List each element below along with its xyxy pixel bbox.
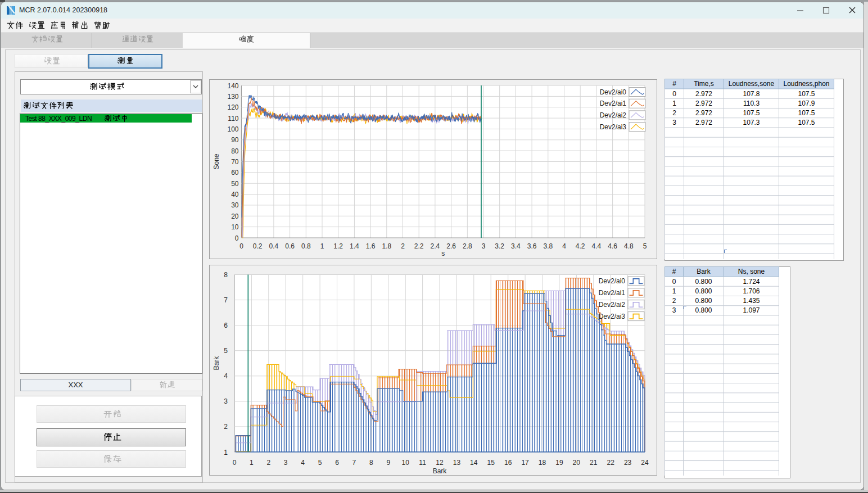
svg-text:Bark: Bark [697, 268, 711, 275]
svg-text:1: 1 [672, 287, 676, 295]
svg-text:2.972: 2.972 [695, 90, 712, 98]
svg-text:7: 7 [352, 459, 356, 467]
svg-text:107.3: 107.3 [743, 119, 760, 126]
svg-text:8: 8 [369, 459, 373, 467]
svg-text:9: 9 [386, 459, 390, 467]
svg-text:Bark: Bark [213, 356, 220, 370]
svg-text:1.435: 1.435 [743, 297, 760, 305]
svg-text:Dev2/ai1: Dev2/ai1 [599, 289, 626, 297]
svg-text:107.5: 107.5 [798, 119, 815, 126]
svg-text:Loudness,sone: Loudness,sone [729, 80, 775, 88]
svg-text:5: 5 [318, 459, 322, 467]
svg-text:23: 23 [624, 459, 632, 467]
svg-text:8: 8 [224, 271, 228, 279]
svg-text:0.800: 0.800 [695, 297, 712, 305]
svg-text:107.5: 107.5 [798, 90, 815, 98]
svg-text:0.800: 0.800 [695, 306, 712, 314]
svg-text:0.800: 0.800 [695, 278, 712, 286]
svg-text:110.3: 110.3 [743, 99, 760, 107]
svg-text:3: 3 [672, 119, 676, 126]
svg-text:21: 21 [590, 459, 598, 467]
svg-text:5: 5 [224, 347, 228, 355]
svg-text:14: 14 [470, 459, 478, 467]
svg-text:22: 22 [607, 459, 615, 467]
svg-text:Ns, sone: Ns, sone [738, 268, 765, 275]
svg-text:Dev2/ai2: Dev2/ai2 [599, 301, 626, 309]
svg-text:2: 2 [266, 459, 270, 467]
svg-text:15: 15 [487, 459, 495, 467]
svg-text:7: 7 [224, 296, 228, 304]
svg-text:3: 3 [224, 397, 228, 405]
svg-text:17: 17 [521, 459, 529, 467]
svg-text:20: 20 [573, 459, 581, 467]
svg-text:6: 6 [224, 322, 228, 329]
svg-text:0: 0 [672, 278, 676, 286]
svg-text:0.800: 0.800 [695, 287, 712, 295]
svg-text:11: 11 [419, 459, 426, 467]
svg-text:13: 13 [453, 459, 461, 467]
svg-text:107.8: 107.8 [743, 90, 760, 98]
svg-text:2.972: 2.972 [695, 99, 712, 107]
svg-text:#: # [672, 268, 676, 275]
svg-text:19: 19 [555, 459, 563, 467]
svg-text:107.5: 107.5 [743, 109, 760, 117]
svg-text:12: 12 [436, 459, 444, 467]
svg-text:2.972: 2.972 [695, 119, 712, 126]
svg-text:0: 0 [672, 90, 676, 98]
svg-text:1: 1 [672, 99, 676, 107]
svg-text:2: 2 [224, 423, 228, 431]
svg-text:24: 24 [641, 459, 649, 467]
svg-text:18: 18 [539, 459, 546, 467]
svg-text:4: 4 [224, 372, 228, 380]
svg-text:Dev2/ai3: Dev2/ai3 [599, 313, 626, 320]
svg-text:1.097: 1.097 [743, 306, 760, 314]
svg-text:Time,s: Time,s [694, 80, 714, 88]
svg-text:10: 10 [402, 459, 410, 467]
svg-text:4: 4 [301, 459, 305, 467]
svg-text:#: # [672, 80, 676, 88]
svg-text:2: 2 [672, 109, 676, 117]
svg-text:Dev2/ai0: Dev2/ai0 [599, 277, 626, 285]
svg-text:Bark: Bark [433, 467, 447, 475]
svg-text:3: 3 [672, 306, 676, 314]
svg-text:107.9: 107.9 [798, 99, 815, 107]
svg-text:2.972: 2.972 [695, 109, 712, 117]
svg-text:Loudness,phon: Loudness,phon [783, 80, 829, 88]
svg-text:1.706: 1.706 [743, 287, 760, 295]
svg-text:1.724: 1.724 [743, 278, 760, 286]
svg-text:6: 6 [335, 459, 339, 467]
svg-text:0: 0 [233, 459, 237, 467]
svg-text:1: 1 [224, 449, 228, 456]
svg-text:3: 3 [284, 459, 288, 467]
svg-text:2: 2 [672, 297, 676, 305]
svg-text:107.5: 107.5 [798, 109, 815, 117]
svg-text:16: 16 [504, 459, 512, 467]
svg-text:1: 1 [250, 459, 254, 467]
